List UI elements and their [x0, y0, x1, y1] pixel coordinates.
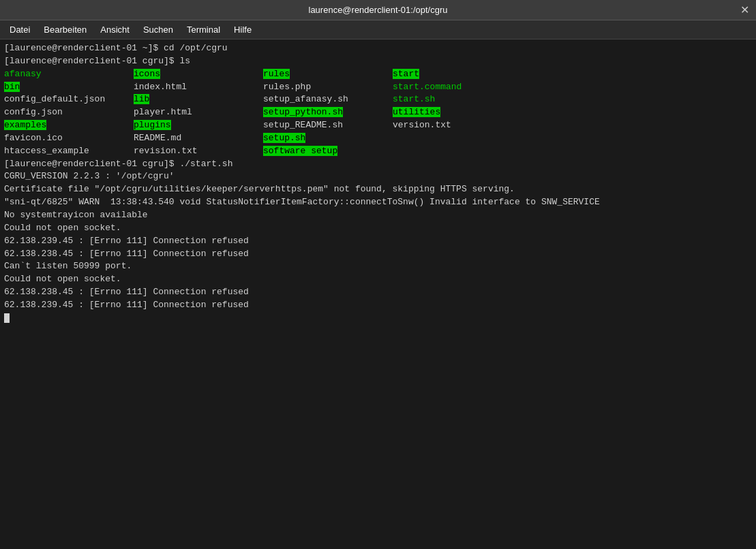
output-line: CGRU_VERSION 2.2.3 : '/opt/cgru' [4, 170, 752, 183]
title-bar: laurence@renderclient-01:/opt/cgru ✕ [0, 0, 756, 20]
ls-item: start [393, 68, 522, 81]
ls-item: index.html [134, 81, 263, 94]
menu-item-datei[interactable]: Datei [3, 22, 37, 37]
output-lines: CGRU_VERSION 2.2.3 : '/opt/cgru'Certific… [4, 170, 752, 311]
menu-item-ansicht[interactable]: Ansicht [93, 22, 136, 37]
output-line: 62.138.239.45 : [Errno 111] Connection r… [4, 299, 752, 312]
output-line: Can`t listen 50999 port. [4, 260, 752, 273]
window-title: laurence@renderclient-01:/opt/cgru [309, 5, 448, 15]
ls-item [393, 132, 522, 145]
output-line: Certificate file "/opt/cgru/utilities/ke… [4, 183, 752, 196]
menu-item-bearbeiten[interactable]: Bearbeiten [37, 22, 93, 37]
output-line: No systemtrayicon available [4, 209, 752, 222]
output-line: 62.138.239.45 : [Errno 111] Connection r… [4, 235, 752, 248]
ls-item: favicon.ico [4, 132, 134, 145]
terminal-cursor [4, 313, 10, 323]
output-line: Could not open socket. [4, 273, 752, 286]
ls-item: htaccess_example [4, 145, 134, 158]
ls-item: version.txt [393, 119, 522, 132]
menu-item-hilfe[interactable]: Hilfe [227, 22, 258, 37]
ls-item: player.html [134, 106, 263, 119]
ls-item: lib [134, 93, 263, 106]
output-line: 62.138.238.45 : [Errno 111] Connection r… [4, 248, 752, 261]
ls-item: README.md [134, 132, 263, 145]
prompt-line-3: [laurence@renderclient-01 cgru]$ ./start… [4, 158, 752, 171]
ls-item: start.command [393, 81, 522, 94]
ls-item: bin [4, 81, 134, 94]
ls-item: icons [134, 68, 263, 81]
menu-bar: DateiBearbeitenAnsichtSuchenTerminalHilf… [0, 20, 756, 40]
ls-item: setup_README.sh [263, 119, 393, 132]
ls-item: software setup [263, 145, 393, 158]
ls-item: rules.php [263, 81, 393, 94]
ls-item: revision.txt [134, 145, 263, 158]
terminal[interactable]: [laurence@renderclient-01 ~]$ cd /opt/cg… [0, 40, 756, 549]
prompt-line-2: [laurence@renderclient-01 cgru]$ ls [4, 55, 752, 68]
output-line: 62.138.238.45 : [Errno 111] Connection r… [4, 286, 752, 299]
ls-item: plugins [134, 119, 263, 132]
menu-item-suchen[interactable]: Suchen [136, 22, 180, 37]
close-button[interactable]: ✕ [740, 5, 749, 16]
ls-item: setup_python.sh [263, 106, 393, 119]
ls-output: afanasyiconsrulesstartbinindex.htmlrules… [4, 68, 752, 158]
prompt-line-1: [laurence@renderclient-01 ~]$ cd /opt/cg… [4, 42, 752, 55]
ls-item: config.json [4, 106, 134, 119]
output-line: "sni-qt/6825" WARN 13:38:43.540 void Sta… [4, 196, 752, 209]
ls-item [393, 145, 522, 158]
menu-item-terminal[interactable]: Terminal [180, 22, 227, 37]
ls-item: examples [4, 119, 134, 132]
output-line: Could not open socket. [4, 222, 752, 235]
ls-item: setup.sh [263, 132, 393, 145]
ls-item: setup_afanasy.sh [263, 93, 393, 106]
ls-item: rules [263, 68, 393, 81]
cursor-line [4, 312, 752, 325]
ls-item: utilities [393, 106, 522, 119]
ls-item: config_default.json [4, 93, 134, 106]
ls-item: start.sh [393, 93, 522, 106]
ls-item: afanasy [4, 68, 134, 81]
